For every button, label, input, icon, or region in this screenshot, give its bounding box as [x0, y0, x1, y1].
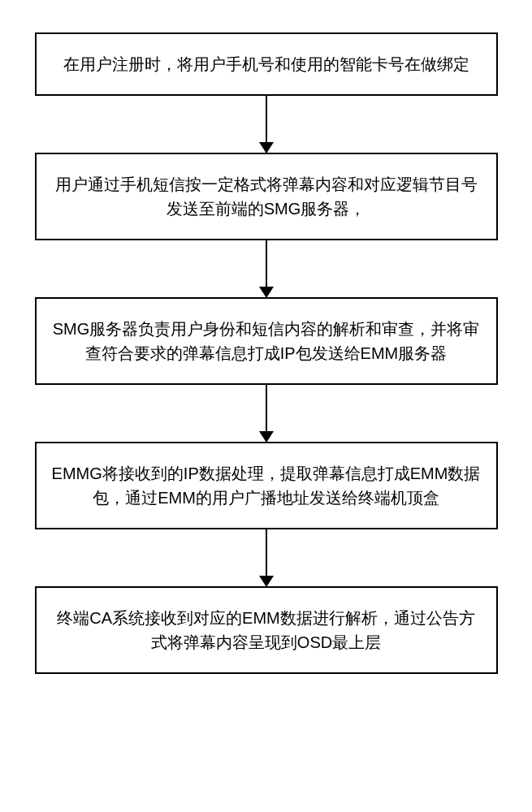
- flow-step-4: EMMG将接收到的IP数据处理，提取弹幕信息打成EMM数据包，通过EMM的用户广…: [35, 442, 498, 529]
- arrow-3-4: [266, 385, 267, 442]
- flow-step-3: SMG服务器负责用户身份和短信内容的解析和审查，并将审查符合要求的弹幕信息打成I…: [35, 297, 498, 385]
- arrow-2-3: [266, 240, 267, 297]
- flowchart-container: 在用户注册时，将用户手机号和使用的智能卡号在做绑定 用户通过手机短信按一定格式将…: [0, 0, 532, 812]
- arrow-4-5: [266, 529, 267, 586]
- flow-step-1-text: 在用户注册时，将用户手机号和使用的智能卡号在做绑定: [63, 55, 469, 73]
- flow-step-2-text: 用户通过手机短信按一定格式将弹幕内容和对应逻辑节目号发送至前端的SMG服务器，: [55, 175, 478, 218]
- flow-step-5-text: 终端CA系统接收到对应的EMM数据进行解析，通过公告方式将弹幕内容呈现到OSD最…: [57, 609, 474, 651]
- flow-step-1: 在用户注册时，将用户手机号和使用的智能卡号在做绑定: [35, 32, 498, 96]
- flow-step-3-text: SMG服务器负责用户身份和短信内容的解析和审查，并将审查符合要求的弹幕信息打成I…: [53, 320, 480, 362]
- flow-step-5: 终端CA系统接收到对应的EMM数据进行解析，通过公告方式将弹幕内容呈现到OSD最…: [35, 586, 498, 674]
- flow-step-2: 用户通过手机短信按一定格式将弹幕内容和对应逻辑节目号发送至前端的SMG服务器，: [35, 153, 498, 240]
- flow-step-4-text: EMMG将接收到的IP数据处理，提取弹幕信息打成EMM数据包，通过EMM的用户广…: [52, 464, 481, 507]
- arrow-1-2: [266, 96, 267, 153]
